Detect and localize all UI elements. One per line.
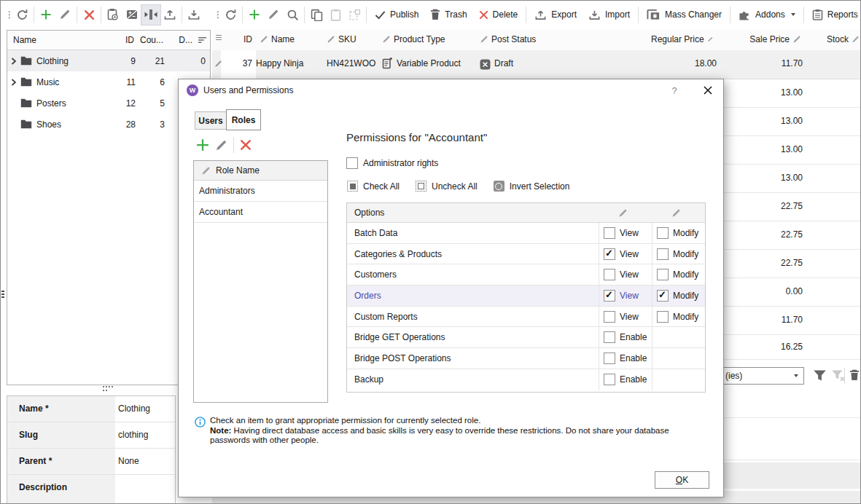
- paste-button[interactable]: [326, 5, 345, 25]
- role-list-header[interactable]: Role Name: [194, 161, 327, 181]
- column-count[interactable]: Cou...: [134, 35, 163, 45]
- uncheck-all-button[interactable]: Uncheck All: [416, 181, 478, 192]
- publish-button[interactable]: Publish: [369, 9, 424, 20]
- checkbox[interactable]: [346, 157, 358, 169]
- role-row[interactable]: Administrators: [194, 181, 327, 202]
- permission-row[interactable]: Custom Reports View Modify: [347, 307, 705, 328]
- column-sale-price[interactable]: Sale Price: [747, 34, 801, 44]
- chevron-right-icon[interactable]: [7, 79, 20, 86]
- reports-button[interactable]: Reports: [806, 9, 861, 20]
- row-menu-icon[interactable]: [215, 34, 222, 41]
- permission-row[interactable]: Bridge POST Operations Enable: [347, 348, 705, 369]
- filter-dropdown[interactable]: (ies): [719, 367, 804, 385]
- cell-sale-price: 11.70: [736, 58, 803, 68]
- close-button[interactable]: [698, 82, 718, 98]
- modify-checkbox[interactable]: [657, 269, 669, 280]
- add-product-button[interactable]: [245, 5, 264, 25]
- column-product-type[interactable]: Product Type: [382, 34, 445, 44]
- column-post-status[interactable]: Post Status: [480, 34, 536, 44]
- view-checkbox[interactable]: [604, 311, 615, 323]
- name-field-value[interactable]: Clothing: [115, 396, 175, 422]
- addons-button[interactable]: Addons: [733, 9, 801, 20]
- modify-checkbox[interactable]: [657, 248, 669, 260]
- slug-field-value[interactable]: clothing: [115, 422, 175, 448]
- panel-splitter-handle[interactable]: [1, 291, 4, 299]
- permission-row[interactable]: Batch Data View Modify: [347, 223, 705, 244]
- cell-sale-price: 16.25: [781, 342, 803, 352]
- view-checkbox[interactable]: [604, 248, 615, 260]
- chevron-right-icon[interactable]: [7, 58, 20, 65]
- help-button[interactable]: ?: [666, 82, 683, 98]
- permission-row[interactable]: Backup Enable: [347, 369, 705, 390]
- column-d[interactable]: D...: [163, 35, 194, 45]
- tab-users[interactable]: Users: [195, 111, 226, 130]
- mass-changer-button[interactable]: Mass Changer: [641, 9, 728, 20]
- import-button[interactable]: Import: [583, 9, 636, 21]
- edit-product-button[interactable]: [264, 5, 283, 25]
- delete-filter-button[interactable]: [849, 369, 860, 381]
- paste-special-button[interactable]: [345, 5, 364, 25]
- parent-field-label: Parent *: [7, 449, 115, 474]
- delete-button[interactable]: Delete: [473, 9, 524, 20]
- view-checkbox[interactable]: [604, 269, 615, 280]
- view-checkbox[interactable]: [604, 227, 615, 239]
- horizontal-splitter-handle[interactable]: [103, 386, 114, 391]
- export-button[interactable]: Export: [529, 9, 583, 21]
- parent-field-value[interactable]: None: [115, 449, 175, 474]
- sort-icon[interactable]: [194, 36, 210, 44]
- toolbar-grip-icon[interactable]: ⋮: [214, 9, 221, 20]
- permission-row[interactable]: Customers View Modify: [347, 264, 705, 286]
- product-row[interactable]: 37 Happy Ninja HN421WOO Variable Product…: [212, 50, 861, 79]
- import-categories-button[interactable]: [184, 5, 203, 25]
- enable-checkbox[interactable]: [604, 353, 615, 364]
- dialog-titlebar[interactable]: W Users and Permissions: [179, 79, 723, 101]
- split-view-button[interactable]: [141, 5, 160, 25]
- add-role-button[interactable]: [196, 138, 209, 151]
- role-row[interactable]: Accountant: [194, 202, 327, 223]
- administrator-rights-checkbox[interactable]: Administrator rights: [346, 157, 438, 169]
- column-name[interactable]: Name: [7, 35, 105, 45]
- invert-selection-button[interactable]: Invert Selection: [494, 181, 570, 192]
- image-adjust-button[interactable]: [122, 5, 141, 25]
- refresh-button[interactable]: [221, 5, 240, 25]
- modify-checkbox[interactable]: [657, 311, 669, 323]
- description-field-value[interactable]: [115, 475, 175, 504]
- column-regular-price[interactable]: Regular Price: [651, 34, 713, 44]
- modify-checkbox[interactable]: [657, 227, 669, 239]
- permission-row[interactable]: Orders View Modify: [347, 286, 705, 307]
- cell-sku: HN421WOO: [327, 58, 375, 68]
- add-category-button[interactable]: [36, 5, 55, 25]
- export-categories-button[interactable]: [160, 5, 179, 25]
- edit-category-button[interactable]: [55, 5, 74, 25]
- enable-checkbox[interactable]: [604, 374, 615, 385]
- tree-row-clothing[interactable]: Clothing 9 21 0: [7, 50, 210, 71]
- delete-category-button[interactable]: [79, 5, 98, 25]
- trash-button[interactable]: Trash: [424, 9, 472, 20]
- preview-button[interactable]: [104, 5, 122, 25]
- column-id[interactable]: ID: [105, 35, 134, 45]
- column-name[interactable]: Name: [260, 34, 295, 44]
- permission-row[interactable]: Bridge GET Operations Enable: [347, 327, 705, 348]
- copy-button[interactable]: [307, 5, 326, 25]
- edit-role-button[interactable]: [215, 139, 227, 151]
- check-all-button[interactable]: Check All: [347, 181, 400, 192]
- modify-checkbox[interactable]: [657, 290, 669, 302]
- view-checkbox[interactable]: [604, 290, 615, 302]
- column-id[interactable]: ID: [227, 34, 252, 44]
- delete-role-button[interactable]: [240, 139, 252, 151]
- options-column[interactable]: Options: [354, 208, 384, 218]
- column-sku[interactable]: SKU: [327, 34, 357, 44]
- enable-checkbox[interactable]: [604, 331, 615, 343]
- tab-roles[interactable]: Roles: [226, 109, 261, 130]
- column-stock[interactable]: Stock: [827, 34, 860, 44]
- toolbar-grip-icon[interactable]: ⋮: [5, 9, 12, 20]
- permission-row[interactable]: Categories & Products View Modify: [347, 244, 705, 265]
- search-button[interactable]: [283, 5, 302, 25]
- pencil-icon: [671, 208, 681, 218]
- info-icon: [195, 417, 206, 428]
- row-edit-icon: [214, 60, 222, 68]
- clear-filter-button[interactable]: [831, 369, 845, 382]
- refresh-button[interactable]: [12, 5, 31, 25]
- apply-filter-button[interactable]: [813, 369, 827, 382]
- ok-button[interactable]: OK: [655, 471, 709, 489]
